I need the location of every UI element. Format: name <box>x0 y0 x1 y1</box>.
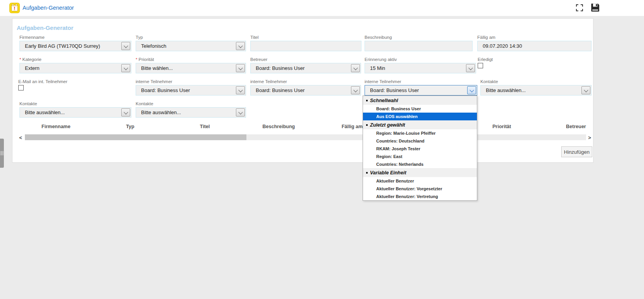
required-asterisk: * <box>19 57 21 62</box>
kategorie-select[interactable]: Extern <box>19 63 131 73</box>
horizontal-scrollbar-track[interactable] <box>25 134 586 140</box>
betreuer-value: Board: Business User <box>251 65 305 71</box>
task-generator-screen: ! Aufgaben-Generator Aufgaben-Generator … <box>0 0 644 299</box>
typ-value: Telefonisch <box>136 43 166 49</box>
dropdown-group-zuletzt-gewaehlt: Zuletzt gewählt <box>363 120 477 129</box>
erinnerung-aktiv-value: 15 Min <box>365 65 385 71</box>
kategorie-value: Extern <box>20 65 40 71</box>
column-header-prioritaet: Priorität <box>492 124 511 129</box>
scroll-right-icon[interactable]: > <box>587 135 592 141</box>
interne-teilnehmer-dropdown-list: Schnellwahl Board: Business User Aus EOS… <box>363 96 477 201</box>
grip-vertical-icon <box>3 151 4 155</box>
chevron-down-icon[interactable] <box>581 86 590 94</box>
window-title: Aufgaben-Generator <box>23 5 74 11</box>
erledigt-checkbox[interactable] <box>478 63 483 68</box>
titel-label: Titel <box>250 35 258 40</box>
erinnerung-aktiv-select[interactable]: 15 Min <box>365 63 476 73</box>
typ-select[interactable]: Telefonisch <box>136 41 246 51</box>
dropdown-item[interactable]: Region: Marie-Louise Pfeiffer <box>363 129 477 137</box>
column-header-betreuer: Betreuer <box>566 124 586 129</box>
chevron-down-icon[interactable] <box>351 64 360 72</box>
interne-teilnehmer-3-value: Board: Business User <box>365 87 419 93</box>
grip-vertical-icon <box>0 151 1 155</box>
fullscreen-icon[interactable] <box>576 4 583 11</box>
dropdown-item[interactable]: Region: East <box>363 153 477 160</box>
chevron-down-icon[interactable] <box>121 108 130 116</box>
bullet-icon <box>366 124 368 126</box>
interne-teilnehmer-2-label: interne Teilnehmer <box>250 79 287 84</box>
interne-teilnehmer-2-select[interactable]: Board: Business User <box>250 85 361 96</box>
kontakte-3-select[interactable]: Bitte auswählen... <box>136 107 246 118</box>
kontakte-2-select[interactable]: Bitte auswählen... <box>19 107 131 118</box>
email-int-teilnehmer-checkbox[interactable] <box>18 85 24 90</box>
column-header-firmenname: Firmenname <box>42 124 70 129</box>
chevron-down-icon[interactable] <box>351 86 360 94</box>
chevron-down-icon[interactable] <box>121 64 130 72</box>
interne-teilnehmer-3-label: interne Teilnehmer <box>365 79 401 84</box>
dropdown-item[interactable]: Countries: Deutschland <box>363 137 477 145</box>
firmenname-select[interactable]: Early Bird AG (TW170QD Surrey) <box>19 41 131 51</box>
column-header-typ: Typ <box>126 124 134 129</box>
prioritaet-value: Bitte wählen... <box>136 65 173 71</box>
hinzufuegen-button[interactable]: Hinzufügen <box>561 146 592 157</box>
chevron-down-icon[interactable] <box>121 42 130 50</box>
faellig-am-value: 09.07.2020 14:30 <box>478 43 522 49</box>
chevron-down-icon[interactable] <box>236 42 245 50</box>
beschreibung-label: Beschreibung <box>365 35 392 40</box>
kontakte-3-label: Kontakte <box>136 101 153 106</box>
kategorie-label: *Kategorie <box>19 57 42 62</box>
scroll-left-icon[interactable]: < <box>18 135 23 141</box>
required-asterisk: * <box>136 57 137 62</box>
interne-teilnehmer-1-value: Board: Business User <box>136 87 190 93</box>
beschreibung-input[interactable] <box>365 41 473 51</box>
bullet-icon <box>366 100 368 101</box>
grip-vertical-icon <box>2 151 2 155</box>
faellig-am-input[interactable]: 09.07.2020 14:30 <box>477 41 592 51</box>
dropdown-group-variable-einheit: Variable Einheit <box>363 168 477 177</box>
kontakte-3-value: Bitte auswählen... <box>136 110 181 115</box>
horizontal-scrollbar-thumb[interactable] <box>25 134 246 140</box>
faellig-am-label: Fällig am <box>477 35 496 40</box>
prioritaet-select[interactable]: Bitte wählen... <box>136 63 246 73</box>
column-header-titel: Titel <box>200 124 209 129</box>
firmenname-value: Early Bird AG (TW170QD Surrey) <box>20 43 100 49</box>
chevron-down-icon[interactable] <box>466 64 475 72</box>
dropdown-item-selected[interactable]: Aus EOS auswählen <box>363 113 477 120</box>
save-icon[interactable] <box>590 3 600 12</box>
betreuer-label: Betreuer <box>250 57 267 62</box>
bullet-icon <box>366 172 368 174</box>
section-title: Aufgaben-Generator <box>17 24 73 31</box>
svg-text:!: ! <box>14 5 15 11</box>
sidebar-drag-handle[interactable] <box>0 139 4 168</box>
dropdown-item[interactable]: Aktueller Benutzer: Vertretung <box>363 193 477 200</box>
kontakte-1-label: Kontakte <box>480 79 498 84</box>
titel-input[interactable] <box>250 41 361 51</box>
kontakte-1-value: Bitte auswählen... <box>481 87 526 93</box>
firmenname-label: Firmenname <box>19 35 45 40</box>
email-int-teilnehmer-label: E-Mail an int. Teilnehmer <box>18 79 67 84</box>
window-titlebar: ! Aufgaben-Generator <box>0 0 644 16</box>
chevron-down-icon[interactable] <box>467 86 476 94</box>
dropdown-group-schnellwahl: Schnellwahl <box>363 96 477 105</box>
dropdown-item[interactable]: Countries: Netherlands <box>363 160 477 168</box>
kontakte-1-select[interactable]: Bitte auswählen... <box>480 85 592 96</box>
erinnerung-aktiv-label: Erinnerung aktiv <box>365 57 397 62</box>
column-header-beschreibung: Beschreibung <box>262 124 295 129</box>
betreuer-select[interactable]: Board: Business User <box>250 63 361 73</box>
kontakte-2-value: Bitte auswählen... <box>20 110 65 115</box>
column-header-faellig-am: Fällig am <box>342 124 363 129</box>
interne-teilnehmer-3-select[interactable]: Board: Business User <box>365 85 477 96</box>
dropdown-item[interactable]: RKAM: Joseph Tester <box>363 145 477 153</box>
typ-label: Typ <box>136 35 143 40</box>
prioritaet-label: *Priorität <box>136 57 154 62</box>
dropdown-item[interactable]: Aktueller Benutzer: Vorgesetzter <box>363 185 477 193</box>
chevron-down-icon[interactable] <box>236 108 245 116</box>
chevron-down-icon[interactable] <box>236 86 245 94</box>
interne-teilnehmer-1-select[interactable]: Board: Business User <box>136 85 246 96</box>
interne-teilnehmer-2-value: Board: Business User <box>251 87 305 93</box>
dropdown-item[interactable]: Board: Business User <box>363 105 477 113</box>
dropdown-item[interactable]: Aktueller Benutzer <box>363 177 477 185</box>
interne-teilnehmer-1-label: interne Teilnehmer <box>136 79 172 84</box>
chevron-down-icon[interactable] <box>236 64 245 72</box>
erledigt-label: Erledigt <box>478 57 493 62</box>
